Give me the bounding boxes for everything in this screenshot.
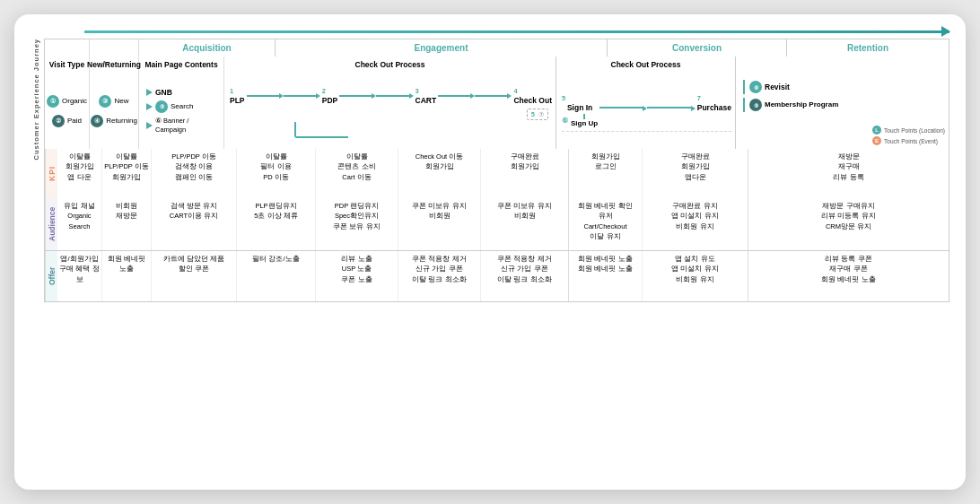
sh-checkout-conv: Check Out Process (556, 56, 736, 73)
legend-box: L Touch Points (Location) E Touch Points… (872, 126, 945, 145)
audience-retention: 재방문 구매유지 리뷰 미등록 유지 CRM망문 유지 (748, 198, 949, 250)
dashed-area: 5 ⑦ (230, 109, 552, 120)
stage-plp: 1 PLP (230, 87, 245, 105)
journey-retention-flow: ⑧ Revisit ⑨ Membership Program L (736, 73, 949, 149)
membership-num: ⑨ (749, 99, 762, 111)
audience-purchase: 구매완료 유지 앱 미설치 유지 비회원 유지 (643, 198, 748, 250)
journey-paid: ② Paid (52, 115, 82, 127)
arrow-to-search (146, 103, 153, 110)
journey-new-returning: ③ New ④ Returning (90, 73, 139, 149)
arrow-3-4 (438, 93, 512, 99)
kpi-newret: 이탈률 PLP/PDP 이동 회원가입 (102, 149, 152, 198)
sh-new-returning: New/Returning (90, 56, 139, 73)
kpi-signin: 회원가입 로그인 (569, 149, 643, 198)
arrow-1-2 (247, 93, 320, 99)
journey-conversion-flow: 5 Sign In ⑥ Sign Up (556, 73, 736, 149)
offer-cart: 쿠폰 적용창 제거 신규 가입 쿠폰 이탈 링크 최소화 (398, 251, 481, 301)
journey-returning: ④ Returning (91, 115, 137, 127)
stage-purchase: 7 Purchase (697, 94, 731, 112)
journey-visit-type: ① Organic ② Paid (45, 73, 90, 149)
cej-label: Customer Experience Journey (32, 39, 40, 169)
audience-pdp: PDP 랜딩유지 Spec확인유지 쿠폰 보유 유지 (316, 198, 398, 250)
phase-retention: Retention (787, 39, 949, 56)
arrow-to-banner (146, 122, 153, 129)
offer-row: Offer 앱/회원가입 구매 혜택 정보 회원 베네핏 노출 카트에 담았던 … (44, 250, 949, 302)
offer-purchase: 앱 설치 유도 앱 미설치 유지 비회원 유지 (643, 251, 748, 301)
journey-engagement-flow: 1 PLP 2 PDP (224, 73, 556, 149)
journey-new: ③ New (99, 95, 128, 108)
sh-visit-type: Visit Type (45, 56, 90, 73)
audience-checkout: 쿠폰 미보유 유지 비회원 (481, 198, 569, 250)
journey-organic: ① Organic (47, 95, 87, 108)
stage-flow-row: 1 PLP 2 PDP (230, 87, 552, 105)
organic-num: ① (47, 95, 59, 108)
membership-item: ⑨ Membership Program (743, 98, 838, 112)
pdp-loop (230, 122, 552, 138)
audience-newret: 비회원 재방문 (102, 198, 152, 250)
sh-retention-empty (736, 56, 949, 73)
kpi-purchase: 구매완료 회원가입 앱다운 (643, 149, 748, 198)
revisit-item: ⑧ Revisit (743, 80, 790, 94)
offer-label-cell: Offer (45, 251, 57, 301)
signup-branch: ⑥ Sign Up (562, 114, 598, 127)
phase-conversion: Conversion (608, 39, 787, 56)
offer-checkout: 쿠폰 적용창 제거 신규 가입 쿠폰 이탈 링크 최소화 (481, 251, 569, 301)
search-num: ⑤ (155, 100, 168, 113)
paid-num: ② (52, 115, 65, 127)
revisit-num: ⑧ (749, 81, 762, 93)
returning-num: ④ (91, 115, 103, 127)
banner-item: ⑥ Banner / Campaign (146, 117, 220, 135)
arrow-to-gnb (146, 89, 153, 96)
sh-checkout-eng: Check Out Process (224, 56, 556, 73)
legend-event: E Touch Points (Event) (872, 136, 945, 145)
kpi-checkout: 구매완료 회원가입 (481, 149, 569, 198)
sh-main-page: Main Page Contents (139, 56, 224, 73)
audience-visit: 유입 채널 Organic Search (57, 198, 102, 250)
offer-newret: 회원 베네핏 노출 (102, 251, 152, 301)
audience-cart: 쿠폰 미보유 유지 비회원 (398, 198, 481, 250)
offer-retention: 리뷰 등록 쿠폰 재구매 쿠폰 회원 베네핏 노출 (748, 251, 949, 301)
kpi-pdp: 이탈률 콘텐츠 소비 Cart 이동 (316, 149, 398, 198)
phase-acquisition: Acquisition (139, 39, 276, 56)
kpi-retention: 재방문 재구매 리뷰 등록 (748, 149, 949, 198)
journey-main-page: GNB ⑤ Search ⑥ Banner / Campaign (139, 73, 224, 149)
kpi-visit: 이탈률 회원가입 앱 다운 (57, 149, 102, 198)
retention-stages: ⑧ Revisit ⑨ Membership Program (743, 80, 945, 112)
audience-label-cell: Audience (45, 198, 57, 250)
journey-row: ① Organic ② Paid ③ New ④ (44, 73, 949, 149)
audience-row: Audience 유입 채널 Organic Search 비회원 재방문 검색… (44, 198, 949, 250)
subheader-row: Visit Type New/Returning Main Page Conte… (44, 56, 949, 73)
audience-mainpage: 검색 방문 유지 CART이용 유지 (152, 198, 237, 250)
stage-signin: 5 Sign In ⑥ Sign Up (562, 94, 598, 127)
audience-signin: 회원 베네핏 확인 유저 Cart/Checkout 이달 유지 (569, 198, 643, 250)
stage-pdp: 2 PDP (322, 87, 337, 105)
kpi-label-cell: KPI (45, 149, 57, 198)
kpi-cart: Check Out 이동 회원가입 (398, 149, 481, 198)
audience-plp: PLP랜딩유지 5초 이상 체류 (237, 198, 316, 250)
offer-mainpage: 카트에 담았던 제품 할인 쿠폰 (152, 251, 237, 301)
offer-plp: 필터 강조/노출 (237, 251, 316, 301)
kpi-row: KPI 이탈률 회원가입 앱 다운 이탈률 PLP/PDP 이동 회원가입 PL… (44, 149, 949, 198)
main-card: Customer Experience Journey Acquisition … (14, 14, 966, 490)
new-num: ③ (99, 95, 111, 108)
arrow-2-3 (339, 93, 413, 99)
stage-checkout-eng: 4 Check Out (513, 87, 552, 105)
phase-header-row: Acquisition Engagement Conversion Retent… (44, 39, 949, 56)
search-item: ⑤ Search (146, 100, 220, 113)
stage-cart: 3 CART (416, 87, 437, 105)
gnb-item: GNB (146, 88, 220, 97)
arrow-5-7 (599, 94, 696, 111)
offer-signin: 회원 베네핏 노출 회원 베네핏 노출 (569, 251, 643, 301)
kpi-plp: 이탈률 필터 이용 PD 이동 (237, 149, 316, 198)
phase-engagement: Engagement (276, 39, 608, 56)
legend-location: L Touch Points (Location) (872, 126, 945, 135)
top-progress-arrow (84, 30, 949, 33)
kpi-mainpage: PLP/PDP 이동 검색창 이용 캠패인 이동 (152, 149, 237, 198)
offer-pdp: 리뷰 노출 USP 노출 쿠폰 노출 (316, 251, 398, 301)
offer-visit: 앱/회원가입 구매 혜택 정보 (57, 251, 102, 301)
conv-stage-row: 5 Sign In ⑥ Sign Up (562, 94, 731, 127)
